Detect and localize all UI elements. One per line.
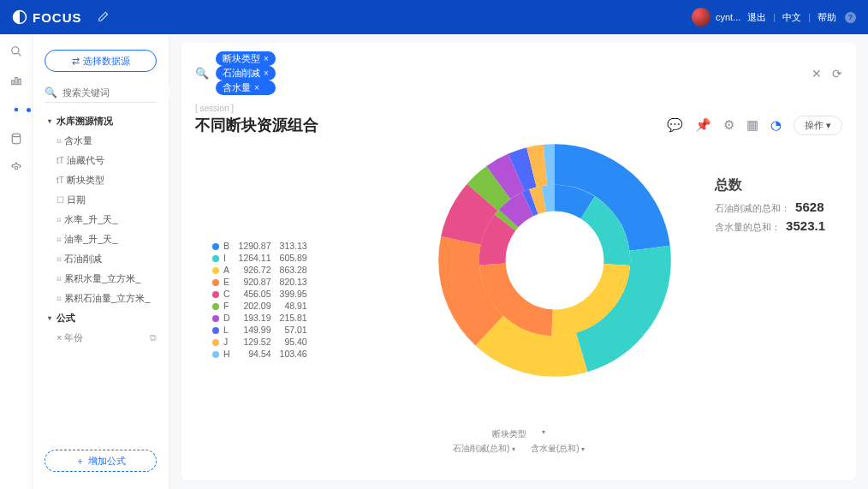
field-type-icon: ⌗ [56,254,62,264]
field-type-icon: ⌗ [56,215,62,224]
refresh-icon[interactable]: ⟳ [832,67,842,81]
logout-link[interactable]: 退出 [747,11,766,24]
triangle-icon: ▾ [48,314,51,322]
legend-row[interactable]: B1290.87313.13 [212,240,316,252]
field-type-icon: ⌗ [56,235,62,244]
rail-chart-icon[interactable] [9,74,23,87]
field-item[interactable]: tT 油藏代号 [33,151,169,170]
nav-rail [0,34,33,489]
clear-icon[interactable]: ✕ [812,67,822,81]
topbar-links: 退出| 中文| 帮助 ? [747,11,856,24]
field-item[interactable]: ⌗ 油率_升_天_ [33,230,169,249]
help-link[interactable]: 帮助 [817,11,836,24]
search-input[interactable] [62,87,181,98]
field-item[interactable]: tT 断块类型 [33,170,169,190]
breadcrumb: [ session ] [195,104,842,113]
svg-rect-2 [11,81,13,85]
totals: 总数 石油削减的总和：5628 含水量的总和：3523.1 [715,176,825,237]
chip-close-icon[interactable]: × [264,69,269,78]
query-bar: 🔍 断块类型×石油削减×含水量× ✕ ⟳ [195,51,842,95]
query-chip[interactable]: 断块类型× [216,51,276,66]
rail-query-icon[interactable] [9,103,23,116]
chip-close-icon[interactable]: × [254,83,259,92]
chip-close-icon[interactable]: × [264,54,269,63]
totals-head: 总数 [715,176,825,194]
svg-point-7 [15,166,18,170]
field-item[interactable]: ⌗ 石油削减 [33,249,169,269]
rail-search-icon[interactable] [9,45,23,58]
plus-icon: ＋ [75,455,85,468]
panel: 🔍 断块类型×石油削减×含水量× ✕ ⟳ [ session ] 不同断块资源组… [181,43,856,480]
legend: B1290.87313.13I1264.11605.89A926.72863.2… [212,240,316,360]
field-type-icon: tT [56,156,64,165]
edit-icon[interactable] [98,10,110,25]
help-badge-icon: ? [845,12,856,23]
field-item[interactable]: ⌗ 含水量 [33,131,169,151]
donut-chart [435,140,675,380]
legend-row[interactable]: A926.72863.28 [212,264,316,276]
field-item[interactable]: ⌗ 累积石油量_立方米_ [33,289,169,308]
section-head[interactable]: ▾水库溯源情况 [33,111,169,131]
footer-series-a[interactable]: 石油削减(总和) [453,444,510,453]
field-type-icon: ⌗ [56,136,62,146]
field-type-icon: tT [56,176,64,185]
chart-zone: B1290.87313.13I1264.11605.89A926.72863.2… [195,128,842,456]
field-type-icon: × [56,332,62,343]
legend-row[interactable]: E920.87820.13 [212,276,316,288]
svg-rect-3 [15,78,16,85]
footer-cat[interactable]: 断块类型 [492,428,526,440]
chevron-down-icon: ▾ [542,428,545,440]
field-item[interactable]: ⌗ 水率_升_天_ [33,210,169,230]
chevron-down-icon: ▾ [512,445,515,453]
legend-row[interactable]: L149.9957.01 [212,324,316,336]
footer-series-b[interactable]: 含水量(总和) [531,444,580,453]
rail-settings-icon[interactable] [9,161,23,175]
lang-link[interactable]: 中文 [782,11,801,24]
rail-db-icon[interactable] [9,132,23,146]
field-type-icon: ⌗ [56,294,62,303]
query-search-icon[interactable]: 🔍 [195,67,209,80]
svg-rect-4 [18,79,20,84]
swap-icon: ⇄ [72,56,80,67]
sidebar-search[interactable]: 🔍 [45,82,157,103]
legend-row[interactable]: D193.19215.81 [212,312,316,324]
svg-point-6 [12,134,20,137]
search-icon: 🔍 [45,86,57,98]
copy-icon[interactable]: ⧉ [150,332,157,343]
username[interactable]: cynt... [716,12,740,22]
sidebar: ⇄ 选择数据源 🔍 ▾水库溯源情况⌗ 含水量tT 油藏代号tT 断块类型☐ 日期… [33,34,169,489]
section-head[interactable]: ▾公式 [33,308,169,328]
select-datasource-button[interactable]: ⇄ 选择数据源 [45,50,157,72]
field-type-icon: ⌗ [56,274,62,283]
totals-label-0: 石油削减的总和： [715,203,790,213]
avatar[interactable] [692,8,710,27]
legend-row[interactable]: F202.0948.91 [212,300,316,312]
legend-row[interactable]: J129.5295.40 [212,336,316,348]
svg-point-5 [14,108,18,112]
chart-footer: 断块类型▾ 石油削减(总和) ▾ 含水量(总和) ▾ [195,428,842,455]
field-item[interactable]: ⌗ 累积水量_立方米_ [33,269,169,289]
legend-row[interactable]: I1264.11605.89 [212,252,316,264]
select-datasource-label: 选择数据源 [83,55,130,68]
main: 🔍 断块类型×石油削减×含水量× ✕ ⟳ [ session ] 不同断块资源组… [169,34,868,489]
logo: FOCUS [12,9,82,25]
totals-value-0: 5628 [795,200,823,214]
svg-point-1 [11,47,18,54]
formula-item[interactable]: × 年份⧉ [33,328,169,348]
field-item[interactable]: ☐ 日期 [33,190,169,210]
logo-icon [12,9,27,25]
add-formula-label: 增加公式 [88,455,126,468]
triangle-icon: ▾ [48,117,51,125]
legend-row[interactable]: H94.54103.46 [212,348,316,360]
add-formula-button[interactable]: ＋ 增加公式 [45,450,157,472]
logo-text: FOCUS [33,10,82,25]
topbar: FOCUS cynt... 退出| 中文| 帮助 ? [0,0,868,34]
field-type-icon: ☐ [56,195,64,205]
totals-value-1: 3523.1 [786,218,825,233]
query-chip[interactable]: 含水量× [216,81,276,95]
chevron-down-icon: ▾ [581,445,585,453]
totals-label-1: 含水量的总和： [715,222,781,232]
legend-row[interactable]: C456.05399.95 [212,288,316,300]
query-chip[interactable]: 石油削减× [216,66,276,81]
